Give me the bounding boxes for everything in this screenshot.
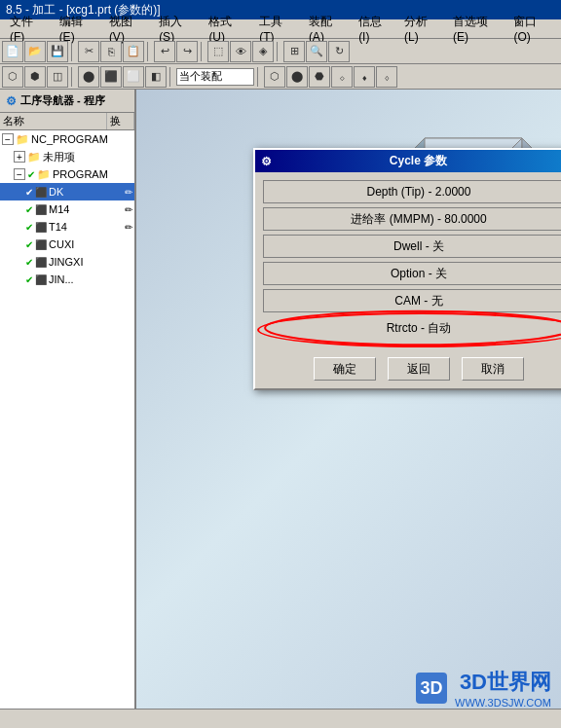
tb-undo[interactable]: ↩ bbox=[154, 41, 175, 62]
dk-edit-icon: ✏ bbox=[125, 187, 132, 198]
tb2-2[interactable]: ⬢ bbox=[24, 66, 46, 88]
tb-select[interactable]: ⬚ bbox=[207, 41, 229, 62]
expand-program[interactable]: − bbox=[14, 168, 25, 180]
dialog-row-option[interactable]: Option - 关 bbox=[263, 262, 561, 285]
tree-icon-jingxi: ⬛ bbox=[35, 257, 47, 268]
col-switch: 换 bbox=[107, 113, 134, 129]
tree-area: − 📁 NC_PROGRAM + 📁 未用项 − ✔ 📁 PROGRAM bbox=[0, 130, 134, 728]
dialog-back-button[interactable]: 返回 bbox=[388, 357, 450, 381]
tb-render[interactable]: ◈ bbox=[252, 41, 274, 62]
dialog-row-dwell-label: Dwell - 关 bbox=[393, 238, 444, 255]
tree-item-jingxi[interactable]: ✔ ⬛ JINGXI bbox=[0, 253, 134, 271]
modal-overlay: ⚙ Cycle 参数 × Depth (Tip) - 2.0000 进给率 (M… bbox=[136, 90, 561, 728]
toolbar-2: ⬡ ⬢ ◫ ⬤ ⬛ ⬜ ◧ ⬡ ⬤ ⬣ ⬦ ⬧ ⬨ bbox=[0, 64, 561, 90]
cycle-params-dialog: ⚙ Cycle 参数 × Depth (Tip) - 2.0000 进给率 (M… bbox=[253, 148, 561, 390]
tb2-9[interactable]: ⬤ bbox=[286, 66, 308, 88]
tb-fit[interactable]: ⊞ bbox=[283, 41, 305, 62]
expand-unused[interactable]: + bbox=[14, 151, 25, 163]
tree-icon-program: ✔ bbox=[27, 169, 35, 180]
tb2-13[interactable]: ⬨ bbox=[376, 66, 397, 88]
t14-edit-icon: ✏ bbox=[125, 222, 132, 233]
tb-sep-2 bbox=[147, 42, 151, 61]
tb2-3[interactable]: ◫ bbox=[47, 66, 68, 88]
tb-zoom[interactable]: 🔍 bbox=[306, 41, 327, 62]
menu-prefs[interactable]: 首选项(E) bbox=[447, 13, 505, 45]
tb2-8[interactable]: ⬡ bbox=[264, 66, 285, 88]
tb2-4[interactable]: ⬤ bbox=[78, 66, 99, 88]
tb-view[interactable]: 👁 bbox=[230, 41, 251, 62]
tb-new[interactable]: 📄 bbox=[2, 41, 23, 62]
tree-label-cuxi: CUXI bbox=[49, 238, 74, 250]
dialog-row-rtrcto-label: Rtrcto - 自动 bbox=[387, 320, 452, 337]
tree-icon-m14: ⬛ bbox=[35, 204, 47, 215]
tb2-12[interactable]: ⬧ bbox=[354, 66, 375, 88]
tb-rotate[interactable]: ↻ bbox=[328, 41, 350, 62]
tb2-6[interactable]: ⬜ bbox=[123, 66, 144, 88]
tree-icon-jin: ⬛ bbox=[35, 274, 47, 285]
tree-item-dk[interactable]: ✔ ⬛ DK ✏ bbox=[0, 183, 134, 200]
panel-title: 工序导航器 - 程序 bbox=[20, 93, 105, 108]
expand-nc-program[interactable]: − bbox=[2, 133, 14, 145]
tree-label-nc-program: NC_PROGRAM bbox=[31, 133, 108, 145]
panel-header: ⚙ 工序导航器 - 程序 bbox=[0, 90, 134, 113]
assembly-filter-input[interactable] bbox=[176, 68, 254, 86]
menu-window[interactable]: 窗口(O) bbox=[507, 13, 556, 45]
check-t14: ✔ bbox=[25, 222, 33, 233]
dialog-row-depth-label: Depth (Tip) - 2.0000 bbox=[367, 185, 471, 199]
tb2-11[interactable]: ⬦ bbox=[331, 66, 353, 88]
tb-save[interactable]: 💾 bbox=[47, 41, 68, 62]
tree-icon-program-folder: 📁 bbox=[37, 168, 51, 181]
tb-sep-4 bbox=[277, 42, 280, 61]
check-m14: ✔ bbox=[25, 204, 33, 215]
dialog-buttons: 确定 返回 取消 bbox=[255, 351, 561, 388]
dialog-row-rtrcto[interactable]: Rtrcto - 自动 bbox=[263, 316, 561, 340]
tb-open[interactable]: 📂 bbox=[24, 41, 46, 62]
tree-label-t14: T14 bbox=[49, 221, 67, 233]
tb-sep-3 bbox=[201, 42, 205, 61]
tree-icon-nc-program: 📁 bbox=[16, 133, 29, 146]
tree-label-dk: DK bbox=[49, 186, 63, 198]
panel-icon: ⚙ bbox=[6, 94, 17, 108]
tb-sep-1 bbox=[71, 42, 75, 61]
dialog-row-feedrate-label: 进给率 (MMPM) - 80.0000 bbox=[351, 211, 486, 228]
main-area: ⚙ 工序导航器 - 程序 名称 换 − 📁 NC_PROGRAM + 📁 未用项 bbox=[0, 90, 561, 728]
tb2-5[interactable]: ⬛ bbox=[100, 66, 122, 88]
tree-item-unused[interactable]: + 📁 未用项 bbox=[0, 148, 134, 165]
tree-item-nc-program[interactable]: − 📁 NC_PROGRAM bbox=[0, 130, 134, 148]
menu-info[interactable]: 信息(I) bbox=[353, 13, 396, 45]
tb-paste[interactable]: 📋 bbox=[123, 41, 144, 62]
dialog-row-depth[interactable]: Depth (Tip) - 2.0000 bbox=[263, 180, 561, 203]
tb2-1[interactable]: ⬡ bbox=[2, 66, 23, 88]
dialog-row-feedrate[interactable]: 进给率 (MMPM) - 80.0000 bbox=[263, 207, 561, 231]
tb2-7[interactable]: ◧ bbox=[145, 66, 167, 88]
dialog-row-cam[interactable]: CAM - 无 bbox=[263, 289, 561, 312]
tree-label-unused: 未用项 bbox=[43, 150, 75, 164]
tb-copy[interactable]: ⎘ bbox=[100, 41, 122, 62]
left-panel: ⚙ 工序导航器 - 程序 名称 换 − 📁 NC_PROGRAM + 📁 未用项 bbox=[0, 90, 136, 728]
menu-analysis[interactable]: 分析(L) bbox=[398, 13, 445, 45]
tree-item-m14[interactable]: ✔ ⬛ M14 ✏ bbox=[0, 200, 134, 218]
dialog-row-option-label: Option - 关 bbox=[391, 266, 447, 282]
tree-label-jin: JIN... bbox=[49, 273, 74, 285]
dialog-row-cam-label: CAM - 无 bbox=[394, 293, 442, 309]
tree-item-t14[interactable]: ✔ ⬛ T14 ✏ bbox=[0, 218, 134, 236]
tree-label-m14: M14 bbox=[49, 203, 69, 215]
tb2-sep-3 bbox=[257, 67, 261, 87]
tree-label-jingxi: JINGXI bbox=[49, 256, 83, 268]
tb-redo[interactable]: ↪ bbox=[176, 41, 198, 62]
tb-cut[interactable]: ✂ bbox=[78, 41, 99, 62]
right-content: 程序 刀轨 刀具 时间 ✔ D12_NEW 5 00:01:09 ✔ D12_N… bbox=[136, 90, 561, 728]
check-dk: ✔ bbox=[25, 187, 33, 198]
tree-item-program[interactable]: − ✔ 📁 PROGRAM bbox=[0, 165, 134, 183]
tree-icon-unused: 📁 bbox=[27, 151, 41, 164]
tree-item-cuxi[interactable]: ✔ ⬛ CUXI bbox=[0, 236, 134, 253]
dialog-ok-button[interactable]: 确定 bbox=[314, 357, 376, 381]
dialog-title-bar: ⚙ Cycle 参数 × bbox=[255, 150, 561, 172]
tb2-sep-2 bbox=[169, 67, 173, 87]
tree-icon-cuxi: ⬛ bbox=[35, 239, 47, 250]
dialog-row-dwell[interactable]: Dwell - 关 bbox=[263, 235, 561, 258]
tb2-10[interactable]: ⬣ bbox=[309, 66, 330, 88]
dialog-cancel-button[interactable]: 取消 bbox=[462, 357, 524, 381]
tree-item-jin[interactable]: ✔ ⬛ JIN... bbox=[0, 271, 134, 288]
menu-bar: 文件(F) 编辑(E) 视图(V) 插入(S) 格式(U) 工具(T) 装配(A… bbox=[0, 19, 561, 39]
